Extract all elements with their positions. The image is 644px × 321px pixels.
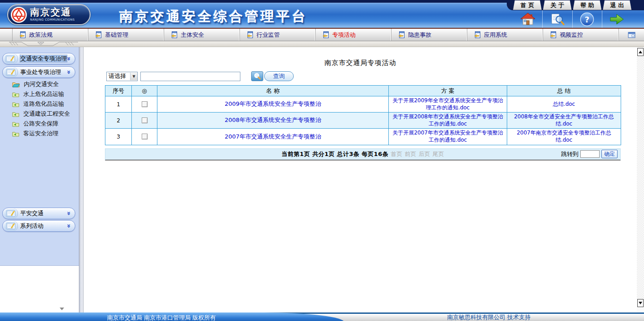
sidebar-item-construction-safety[interactable]: 交通建设工程安全	[0, 109, 79, 119]
sidebar-item-passenger-safety[interactable]: 客运安全治理	[0, 129, 79, 139]
sidebar-scroll-down-icon[interactable]	[60, 308, 64, 310]
sidebar-group-label: 系列活动	[20, 222, 44, 229]
sidebar-item-water-hazmat[interactable]: 水上危化品运输	[0, 89, 79, 99]
magnifier-icon	[251, 71, 263, 81]
nav-tab-hidden-danger[interactable]: 隐患事故	[392, 29, 467, 41]
activities-table: 序号 ◎ 名 称 方 案 总 结 1 2009年市交通系统安全生产专项整治 关于…	[105, 85, 621, 145]
scrollbar-track[interactable]	[637, 56, 644, 299]
header-select: ◎	[132, 86, 157, 96]
nav-tab-label: 主体安全	[181, 31, 204, 39]
query-button[interactable]: 查询	[251, 71, 294, 81]
plan-doc-link[interactable]: 关于开展2009年全市交通系统安全生产专项治理工作的通知.doc	[392, 97, 503, 111]
scrollbar-up-button[interactable]	[637, 48, 644, 56]
sidebar-group-division-special[interactable]: 事业处专项治理 »	[2, 66, 75, 78]
arrow-up-icon	[639, 51, 642, 53]
vertical-scrollbar[interactable]	[637, 47, 644, 312]
sidebar-item-label: 道路危化品运输	[23, 100, 64, 108]
help-button[interactable]: ?	[572, 10, 602, 28]
filter-select[interactable]: 请选择 ▼	[106, 72, 138, 81]
app-window: 南京交通 NANJING COMMUNICATIONS 南京交通安全综合管理平台…	[0, 0, 644, 321]
table-row: 1 2009年市交通系统安全生产专项整治 关于开展2009年全市交通系统安全生产…	[105, 96, 621, 113]
sidebar-item-highway-safety[interactable]: 公路安全保障	[0, 119, 79, 129]
search-button[interactable]	[542, 10, 572, 28]
table-row: 2 2008年市交通系统安全生产专项整治 关于开展2008年市交通系统安全生产专…	[105, 113, 621, 129]
summary-doc-link[interactable]: 2007年南京市交通安全专项整治工作总结.doc	[517, 130, 611, 143]
nav-tab-industry-supervision[interactable]: 行业监管	[240, 29, 316, 41]
sidebar-group-series-activities[interactable]: 系列活动 »	[2, 220, 75, 232]
document-icon	[95, 31, 102, 39]
scrollbar-down-button[interactable]	[637, 299, 644, 307]
top-link-home[interactable]: 首 页	[513, 0, 542, 10]
row-no: 3	[105, 129, 132, 145]
row-checkbox[interactable]	[142, 117, 148, 123]
nav-tab-subject-safety[interactable]: 主体安全	[164, 29, 240, 41]
nav-tab-video-monitoring[interactable]: 视频监控	[543, 29, 619, 41]
top-menu: 首 页 关 于 帮 助 退 出	[507, 0, 644, 28]
summary-doc-link[interactable]: 总结.doc	[553, 101, 575, 107]
nav-tab-policy[interactable]: 政策法规	[13, 29, 88, 41]
plan-doc-link[interactable]: 关于开展2007年市交通系统安全生产专项整治工作的通知.doc	[392, 130, 503, 143]
window-layout-button[interactable]	[619, 29, 644, 41]
chevron-down-icon: »	[65, 211, 72, 215]
confirm-button[interactable]: 确定	[601, 150, 618, 158]
top-link-help[interactable]: 帮 助	[573, 0, 602, 10]
document-icon	[247, 31, 253, 39]
activity-name-link[interactable]: 2007年市交通系统安全生产专项整治	[225, 133, 321, 140]
activity-name-link[interactable]: 2008年市交通系统安全生产专项整治	[225, 117, 321, 123]
nav-tab-base-mgmt[interactable]: 基础管理	[88, 29, 164, 41]
logo-subtitle: NANJING COMMUNICATIONS	[30, 18, 75, 22]
sidebar-item-inland-river-safety[interactable]: 内河交通安全	[0, 79, 79, 89]
home-button[interactable]	[513, 10, 542, 28]
row-no: 1	[105, 96, 132, 113]
sidebar-item-label: 内河交通安全	[24, 80, 59, 88]
nav-tab-label: 行业监管	[257, 31, 280, 39]
top-menu-band: 首 页 关 于 帮 助 退 出	[507, 0, 644, 10]
pagination-next[interactable]: 后页	[418, 150, 430, 158]
nav-tab-label: 基础管理	[105, 31, 128, 39]
exit-arrow-icon	[609, 13, 625, 26]
sidebar-collapse-handle-icon[interactable]	[8, 42, 80, 47]
arrow-down-icon	[639, 302, 642, 304]
chevron-down-icon: »	[65, 70, 72, 74]
top-menu-icons: ?	[513, 10, 631, 28]
summary-doc-link[interactable]: 2008年全市交通安全生产专项整治工作总结.doc	[514, 113, 614, 127]
footer-tech-support: 南京敏思科技有限公司 技术支持	[386, 313, 592, 321]
sidebar-item-label: 交通建设工程安全	[23, 110, 70, 118]
jump-page-input[interactable]	[580, 150, 600, 158]
dropdown-arrow-icon: ▼	[130, 73, 137, 80]
activity-name-link[interactable]: 2009年市交通系统安全生产专项整治	[225, 100, 321, 107]
chevron-down-icon: »	[65, 56, 72, 61]
window-icon	[628, 32, 635, 38]
pagination-last[interactable]: 尾页	[432, 150, 444, 158]
row-checkbox[interactable]	[142, 134, 148, 139]
sidebar-group-label: 事业处专项治理	[20, 69, 61, 75]
nav-tab-special-activities[interactable]: 专项活动	[316, 29, 392, 41]
sidebar-item-label: 客运安全治理	[23, 130, 58, 138]
sidebar-item-list: 内河交通安全 水上危化品运输 道路危化品运输 交通建设工程安全 公路安全保障	[0, 79, 79, 139]
plan-doc-link[interactable]: 关于开展2008年市交通系统安全生产专项整治工作的通知.doc	[392, 113, 503, 127]
header: 南京交通 NANJING COMMUNICATIONS 南京交通安全综合管理平台…	[0, 0, 644, 28]
sidebar-group-traffic-safety-special[interactable]: 交通安全专项治理 »	[2, 53, 75, 65]
open-folder-icon	[12, 81, 20, 87]
row-checkbox[interactable]	[142, 101, 148, 107]
jump-to-label: 跳转到	[561, 150, 579, 158]
query-button-label: 查询	[264, 71, 294, 81]
exit-button[interactable]	[602, 10, 631, 28]
sidebar-group-label: 平安交通	[20, 210, 44, 217]
pagination-prev[interactable]: 前页	[405, 150, 416, 158]
sidebar-splitter[interactable]	[79, 47, 83, 312]
document-icon	[550, 31, 557, 39]
sidebar-item-road-hazmat[interactable]: 道路危化品运输	[0, 99, 79, 109]
svg-text:?: ?	[585, 15, 589, 24]
footer-copyright: 南京市交通局 南京市港口管理局 版权所有	[0, 314, 323, 321]
header-summary: 总 结	[507, 86, 621, 96]
pagination-first[interactable]: 首页	[391, 150, 402, 158]
row-no: 2	[105, 113, 132, 129]
top-link-exit[interactable]: 退 出	[603, 0, 631, 10]
header-no: 序号	[105, 86, 132, 96]
toolbar-strip	[0, 41, 644, 47]
sidebar-group-safe-traffic[interactable]: 平安交通 »	[2, 208, 75, 219]
top-link-about[interactable]: 关 于	[543, 0, 572, 10]
search-input[interactable]	[140, 72, 240, 81]
nav-tab-application-systems[interactable]: 应用系统	[467, 29, 543, 41]
